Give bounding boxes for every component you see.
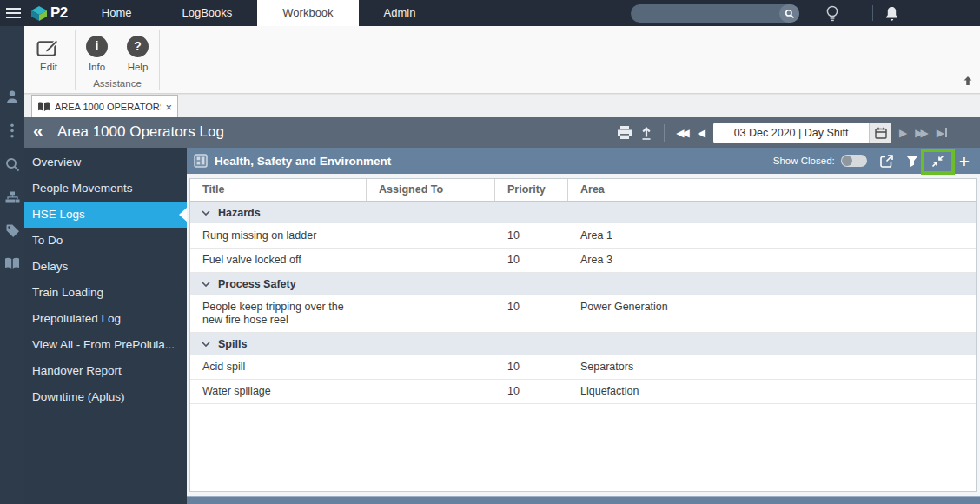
navbar-divider xyxy=(872,5,873,21)
p2-logo: P2 xyxy=(26,0,76,26)
table-row[interactable]: Fuel valve locked off10Area 3 xyxy=(190,249,976,273)
filter-button[interactable] xyxy=(906,156,918,167)
column-header-title[interactable]: Title xyxy=(190,179,367,201)
cell-assigned-to xyxy=(367,355,495,379)
table-row[interactable]: Water spillage10Liquefaction xyxy=(190,380,976,404)
chevron-down-icon xyxy=(202,210,210,216)
table-row[interactable]: People keep tripping over the new fire h… xyxy=(190,295,976,333)
rail-search-icon[interactable] xyxy=(5,157,20,172)
panel-tools: Show Closed: xyxy=(773,152,971,170)
next-shift-button[interactable]: ▶ xyxy=(899,128,907,138)
help-button[interactable]: ? Help xyxy=(118,31,157,72)
page-title: Area 1000 Operators Log xyxy=(57,123,224,141)
cell-priority: 10 xyxy=(495,355,568,379)
search-button[interactable] xyxy=(779,4,799,23)
panel-header: Health, Safety and Environment Show Clos… xyxy=(187,148,980,174)
hamburger-menu-icon[interactable] xyxy=(0,0,26,26)
cell-title: Fuel valve locked off xyxy=(190,249,367,272)
last-shift-button[interactable]: ▶ xyxy=(937,128,947,138)
add-log-button[interactable]: + xyxy=(957,152,971,170)
ideas-button[interactable] xyxy=(821,3,844,24)
cell-priority: 10 xyxy=(495,295,568,332)
table-row[interactable]: Acid spill10Separators xyxy=(190,355,976,380)
sidebar-item-people-movements[interactable]: People Movements xyxy=(24,176,187,202)
sidebar-item-handover-report[interactable]: Handover Report xyxy=(24,358,187,384)
app-window: P2 HomeLogBooksWorkbookAdmin xyxy=(0,0,980,504)
collapse-panel-button[interactable] xyxy=(931,155,944,168)
sidebar-item-view-all-from-prepolula[interactable]: View All - From PrePolula... xyxy=(24,332,187,358)
cell-assigned-to xyxy=(367,380,495,403)
end-bar xyxy=(945,128,947,137)
group-row-process-safety[interactable]: Process Safety xyxy=(190,273,976,295)
show-closed-toggle[interactable] xyxy=(841,155,867,167)
page-header-actions: ◀◀ ◀ 03 Dec 2020 | Day Shift ▶ ▶▶ ▶ xyxy=(617,117,947,148)
external-link-icon xyxy=(880,155,893,168)
search-icon xyxy=(785,9,795,19)
info-label: Info xyxy=(89,62,105,72)
ribbon-group-assistance: i Info ? Help Assistance xyxy=(77,26,157,93)
group-row-hazards[interactable]: Hazards xyxy=(190,202,976,224)
close-tab-icon[interactable]: × xyxy=(165,102,172,113)
export-button[interactable] xyxy=(640,126,652,140)
calendar-icon xyxy=(875,127,887,139)
nav-tab-workbook[interactable]: Workbook xyxy=(257,0,358,26)
search-input[interactable] xyxy=(631,4,779,23)
page-header: « Area 1000 Operators Log ◀◀ ◀ xyxy=(24,117,980,148)
fast-forward-shift-button[interactable]: ▶▶ xyxy=(915,128,928,138)
sidebar-item-prepolulated-log[interactable]: Prepolulated Log xyxy=(24,306,187,332)
table-body: HazardsRung missing on ladder10Area 1Fue… xyxy=(190,202,976,404)
cell-assigned-to xyxy=(367,295,495,332)
sidebar-item-delays[interactable]: Delays xyxy=(24,254,187,280)
toggle-knob xyxy=(842,156,852,166)
sidebar-item-to-do[interactable]: To Do xyxy=(24,228,187,254)
edit-label: Edit xyxy=(40,62,57,72)
collapse-ribbon-button[interactable] xyxy=(963,74,973,90)
previous-shift-button[interactable]: ◀ xyxy=(698,128,705,138)
filter-funnel-icon xyxy=(906,156,918,167)
table-header-row: TitleAssigned ToPriorityArea xyxy=(190,179,976,202)
info-button[interactable]: i Info xyxy=(77,31,116,72)
help-icon: ? xyxy=(127,36,149,57)
open-in-new-window-button[interactable] xyxy=(880,155,893,168)
sidebar-item-train-loading[interactable]: Train Loading xyxy=(24,280,187,306)
hierarchy-icon[interactable] xyxy=(4,191,21,204)
column-header-assigned-to[interactable]: Assigned To xyxy=(367,179,495,201)
ribbon-separator xyxy=(75,30,76,90)
first-shift-button[interactable]: ◀◀ xyxy=(676,128,689,138)
tag-icon[interactable] xyxy=(5,223,20,238)
lightbulb-icon xyxy=(825,4,839,23)
chevron-down-icon xyxy=(202,342,210,347)
sidebar-item-hse-logs[interactable]: HSE Logs xyxy=(24,202,187,228)
user-icon[interactable] xyxy=(4,90,20,104)
shift-date-selector[interactable]: 03 Dec 2020 | Day Shift xyxy=(713,123,891,143)
cell-title: Water spillage xyxy=(190,380,367,403)
calendar-button[interactable] xyxy=(869,123,891,143)
sidebar-item-downtime-aplus[interactable]: Downtime (Aplus) xyxy=(24,384,187,410)
cell-area: Power Generation xyxy=(568,295,976,332)
column-header-area[interactable]: Area xyxy=(568,179,976,201)
ribbon-group-label: Assistance xyxy=(77,76,157,89)
arrow-up-icon xyxy=(963,76,973,86)
group-name: Spills xyxy=(218,338,247,350)
edit-button[interactable]: Edit xyxy=(29,31,69,72)
cell-area: Liquefaction xyxy=(568,380,976,403)
nav-tab-home[interactable]: Home xyxy=(76,0,157,26)
column-header-priority[interactable]: Priority xyxy=(495,179,568,201)
notifications-button[interactable] xyxy=(880,3,903,24)
print-button[interactable] xyxy=(617,126,632,140)
sidebar-menu: OverviewPeople MovementsHSE LogsTo DoDel… xyxy=(24,148,187,504)
nav-tab-admin[interactable]: Admin xyxy=(359,0,441,26)
group-name: Hazards xyxy=(218,207,261,219)
logbook-icon[interactable] xyxy=(4,257,20,269)
more-options-icon[interactable] xyxy=(10,123,15,138)
cell-priority: 10 xyxy=(495,224,568,248)
sidebar-item-overview[interactable]: Overview xyxy=(24,149,187,176)
table-row[interactable]: Rung missing on ladder10Area 1 xyxy=(190,224,976,249)
document-tab[interactable]: AREA 1000 OPERATORS LOG × xyxy=(31,95,178,118)
document-tab-title: AREA 1000 OPERATORS LOG xyxy=(55,102,161,112)
group-row-spills[interactable]: Spills xyxy=(190,333,976,355)
group-name: Process Safety xyxy=(218,278,296,290)
nav-tab-logbooks[interactable]: LogBooks xyxy=(156,0,257,26)
collapse-panel-icon xyxy=(931,155,944,168)
collapse-sidebar-icon[interactable]: « xyxy=(33,120,43,141)
